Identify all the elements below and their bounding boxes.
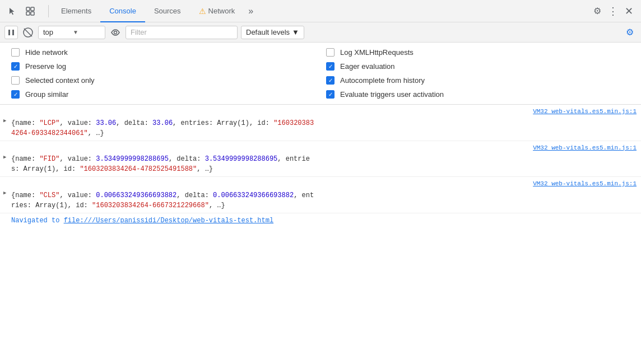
autocomplete-history-row: Autocomplete from history [326, 76, 630, 85]
expand-arrow-icon[interactable]: ▶ [3, 117, 6, 125]
console-settings-button[interactable]: ⚙ [623, 26, 637, 39]
dropdown-arrow-icon: ▼ [73, 29, 100, 35]
hide-network-row: Hide network [11, 48, 315, 57]
nav-label: Navigated to [11, 217, 64, 225]
entry-source[interactable]: VM32 web-vitals.es5.min.js:1 [11, 107, 637, 117]
selected-context-row: Selected context only [11, 76, 315, 85]
console-entry-lcp: VM32 web-vitals.es5.min.js:1 ▶ {name: "L… [0, 105, 641, 141]
svg-point-8 [114, 31, 117, 34]
close-button[interactable]: ✕ [621, 3, 637, 19]
nav-url[interactable]: file:///Users/panissidi/Desktop/web-vita… [64, 217, 273, 225]
entry-source[interactable]: VM32 web-vitals.es5.min.js:1 [11, 179, 637, 189]
entry-source[interactable]: VM32 web-vitals.es5.min.js:1 [11, 143, 637, 153]
log-xmlhttp-row: Log XMLHttpRequests [326, 48, 630, 57]
entry-content: {name: "LCP", value: 33.06, delta: 33.06… [11, 118, 637, 138]
toolbar-icons [4, 3, 38, 19]
preserve-log-row: Preserve log [11, 62, 315, 71]
svg-rect-0 [26, 7, 30, 11]
divider [48, 5, 49, 17]
settings-panel: Hide network Log XMLHttpRequests Preserv… [0, 43, 641, 105]
tab-elements[interactable]: Elements [52, 0, 100, 22]
entry-content: {name: "CLS", value: 0.00663324936669388… [11, 190, 637, 211]
log-xmlhttp-checkbox[interactable] [326, 48, 335, 57]
inspect-icon[interactable] [22, 3, 38, 19]
context-selector[interactable]: top ▼ [38, 26, 105, 39]
log-xmlhttp-label: Log XMLHttpRequests [340, 48, 414, 57]
svg-rect-2 [26, 12, 30, 15]
expand-arrow-icon[interactable]: ▶ [3, 153, 6, 161]
expand-arrow-icon[interactable]: ▶ [3, 189, 6, 197]
dropdown-arrow-icon: ▼ [292, 28, 299, 36]
tab-console[interactable]: Console [100, 0, 145, 22]
eager-eval-label: Eager evaluation [340, 62, 395, 71]
group-similar-label: Group similar [25, 90, 68, 99]
svg-rect-5 [12, 30, 14, 35]
group-similar-checkbox[interactable] [11, 90, 20, 99]
preserve-log-checkbox[interactable] [11, 62, 20, 71]
console-toolbar: top ▼ Default levels ▼ ⚙ [0, 22, 641, 43]
main-content: Hide network Log XMLHttpRequests Preserv… [0, 43, 641, 364]
selected-context-checkbox[interactable] [11, 76, 20, 85]
execute-button[interactable] [4, 26, 18, 39]
clear-button[interactable] [21, 26, 35, 39]
nav-entry: Navigated to file:///Users/panissidi/Des… [0, 213, 641, 228]
top-toolbar: Elements Console Sources ⚠ Network » ⚙ ⋮… [0, 0, 641, 22]
autocomplete-history-checkbox[interactable] [326, 76, 335, 85]
console-entry-fid: VM32 web-vitals.es5.min.js:1 ▶ {name: "F… [0, 141, 641, 178]
tab-network[interactable]: ⚠ Network [190, 0, 244, 22]
eye-button[interactable] [109, 26, 122, 39]
autocomplete-history-label: Autocomplete from history [340, 76, 425, 85]
eager-eval-row: Eager evaluation [326, 62, 630, 71]
default-levels-dropdown[interactable]: Default levels ▼ [241, 26, 304, 39]
eval-triggers-checkbox[interactable] [326, 90, 335, 99]
eval-triggers-row: Evaluate triggers user activation [326, 90, 630, 99]
hide-network-label: Hide network [25, 48, 68, 57]
selected-context-label: Selected context only [25, 76, 95, 85]
cursor-icon[interactable] [4, 3, 20, 19]
console-output: VM32 web-vitals.es5.min.js:1 ▶ {name: "L… [0, 105, 641, 364]
svg-rect-4 [8, 30, 10, 35]
svg-rect-3 [31, 12, 34, 15]
eager-eval-checkbox[interactable] [326, 62, 335, 71]
settings-button[interactable]: ⚙ [589, 3, 605, 19]
console-entry-cls: VM32 web-vitals.es5.min.js:1 ▶ {name: "C… [0, 177, 641, 213]
group-similar-row: Group similar [11, 90, 315, 99]
entry-content: {name: "FID", value: 3.5349999998288695,… [11, 154, 637, 174]
preserve-log-label: Preserve log [25, 62, 66, 71]
more-options-button[interactable]: ⋮ [605, 3, 621, 19]
warning-icon: ⚠ [199, 7, 206, 16]
eval-triggers-label: Evaluate triggers user activation [340, 90, 444, 99]
hide-network-checkbox[interactable] [11, 48, 20, 57]
more-tabs-button[interactable]: » [244, 0, 258, 22]
svg-rect-1 [31, 7, 34, 11]
svg-line-7 [24, 29, 32, 36]
filter-input[interactable] [126, 26, 238, 39]
tab-sources[interactable]: Sources [145, 0, 190, 22]
